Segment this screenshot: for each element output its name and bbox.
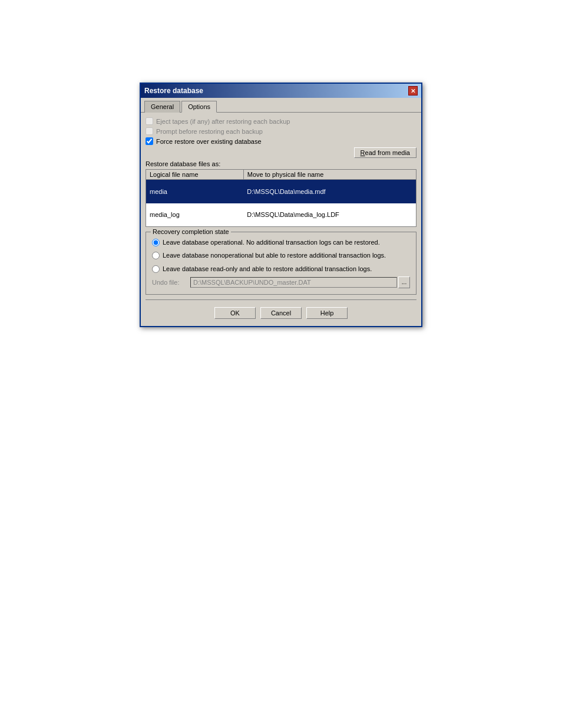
physical-file-name: D:\MSSQL\Data\media_log.LDF: [243, 203, 416, 227]
help-button[interactable]: Help: [306, 307, 348, 319]
files-table: Logical file name Move to physical file …: [146, 169, 416, 227]
read-from-media-label: Read from media: [361, 149, 410, 156]
radio-leave-readonly-label: Leave database read-only and able to res…: [163, 265, 372, 273]
radio-leave-readonly-row: Leave database read-only and able to res…: [152, 262, 410, 273]
tab-options-label: Options: [188, 103, 210, 110]
recovery-group-box: Recovery completion state Leave database…: [146, 232, 416, 295]
tab-general-label: General: [151, 103, 174, 110]
tab-general[interactable]: General: [144, 101, 180, 113]
radio-leave-operational-label: Leave database operational. No additiona…: [163, 238, 380, 246]
recovery-legend: Recovery completion state: [151, 228, 231, 235]
close-button[interactable]: ✕: [408, 86, 418, 95]
restore-database-dialog: Restore database ✕ General Options Eject…: [140, 83, 422, 327]
force-restore-label: Force restore over existing database: [156, 138, 262, 145]
tab-options[interactable]: Options: [181, 101, 217, 113]
table-row[interactable]: media_log D:\MSSQL\Data\media_log.LDF: [146, 203, 416, 227]
radio-leave-operational-row: Leave database operational. No additiona…: [152, 236, 410, 246]
read-from-media-row: Read from media: [146, 147, 416, 158]
eject-tapes-row: Eject tapes (if any) after restoring eac…: [146, 117, 416, 125]
radio-leave-nonoperational-label: Leave database nonoperational but able t…: [163, 251, 386, 259]
radio-leave-readonly[interactable]: [152, 265, 160, 273]
dialog-title: Restore database: [144, 87, 408, 95]
col-logical: Logical file name: [146, 170, 244, 180]
col-physical: Move to physical file name: [243, 170, 416, 180]
separator: [146, 299, 416, 300]
undo-file-input[interactable]: [190, 277, 397, 288]
restore-files-label: Restore database files as:: [146, 160, 416, 167]
undo-browse-button[interactable]: ...: [398, 276, 410, 288]
undo-file-label: Undo file:: [152, 279, 187, 286]
prompt-before-row: Prompt before restoring each backup: [146, 127, 416, 135]
undo-file-row: Undo file: ...: [152, 276, 410, 288]
ok-button[interactable]: OK: [214, 307, 256, 319]
read-from-media-button[interactable]: Read from media: [354, 147, 416, 158]
undo-browse-label: ...: [402, 279, 406, 285]
force-restore-row: Force restore over existing database: [146, 137, 416, 145]
logical-file-name: media: [146, 180, 244, 203]
tab-bar: General Options: [141, 98, 421, 113]
table-row[interactable]: media D:\MSSQL\Data\media.mdf: [146, 180, 416, 203]
cancel-button[interactable]: Cancel: [260, 307, 302, 319]
title-bar: Restore database ✕: [141, 84, 421, 98]
prompt-before-label: Prompt before restoring each backup: [156, 128, 263, 135]
force-restore-checkbox[interactable]: [146, 137, 153, 145]
logical-file-name: media_log: [146, 203, 244, 227]
radio-leave-nonoperational[interactable]: [152, 252, 160, 259]
files-table-body: media D:\MSSQL\Data\media.mdf media_log …: [146, 180, 416, 227]
physical-file-name: D:\MSSQL\Data\media.mdf: [243, 180, 416, 203]
eject-tapes-label: Eject tapes (if any) after restoring eac…: [156, 118, 290, 125]
button-row: OK Cancel Help: [146, 304, 416, 321]
radio-leave-nonoperational-row: Leave database nonoperational but able t…: [152, 249, 410, 259]
dialog-body: Eject tapes (if any) after restoring eac…: [141, 113, 421, 326]
prompt-before-checkbox[interactable]: [146, 127, 153, 135]
radio-leave-operational[interactable]: [152, 239, 160, 246]
eject-tapes-checkbox[interactable]: [146, 117, 153, 125]
